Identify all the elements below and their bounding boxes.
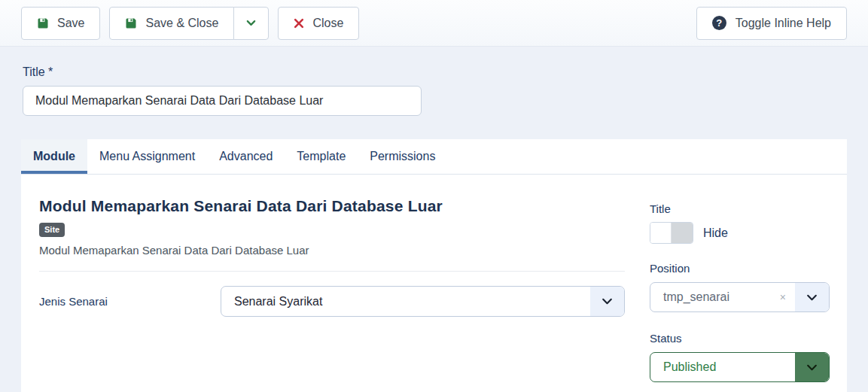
status-field-group: Status Published: [650, 332, 830, 382]
module-edit-card: Module Menu Assignment Advanced Template…: [21, 139, 847, 392]
module-heading: Modul Memaparkan Senarai Data Dari Datab…: [39, 197, 625, 215]
toggle-track: [672, 223, 693, 243]
save-and-close-button-label: Save & Close: [145, 17, 218, 30]
title-field-section: Title *: [0, 47, 868, 116]
module-options-sidebar: Title Hide Position tmp_senarai ×: [650, 175, 830, 382]
position-label: Position: [650, 262, 830, 275]
jenis-senarai-label: Jenis Senarai: [39, 295, 221, 308]
title-field-label: Title *: [23, 65, 53, 78]
close-button[interactable]: Close: [278, 7, 359, 40]
module-edit-screen: Save Save & Close: [0, 0, 868, 392]
chevron-down-icon: [590, 287, 624, 316]
jenis-senarai-select-value: Senarai Syarikat: [221, 295, 590, 308]
tab-permissions[interactable]: Permissions: [358, 139, 447, 174]
status-value: Published: [650, 360, 795, 374]
tab-menu-assignment[interactable]: Menu Assignment: [87, 139, 207, 174]
site-badge: Site: [39, 223, 65, 237]
show-title-label: Title: [650, 202, 830, 215]
tab-bar: Module Menu Assignment Advanced Template…: [21, 139, 847, 175]
module-description: Modul Memaparkan Senarai Data Dari Datab…: [39, 244, 625, 257]
tab-advanced[interactable]: Advanced: [207, 139, 285, 174]
position-value: tmp_senarai: [650, 290, 780, 304]
save-and-close-button[interactable]: Save & Close: [109, 7, 234, 40]
position-combobox[interactable]: tmp_senarai ×: [650, 282, 830, 312]
save-button-label: Save: [57, 17, 84, 30]
tab-template[interactable]: Template: [285, 139, 358, 174]
jenis-senarai-field-row: Jenis Senarai Senarai Syarikat: [39, 286, 625, 317]
status-label: Status: [650, 332, 830, 345]
chevron-down-icon: [795, 353, 829, 381]
show-title-state-label: Hide: [703, 226, 728, 240]
jenis-senarai-select[interactable]: Senarai Syarikat: [221, 286, 625, 317]
close-icon: [294, 18, 304, 29]
close-button-label: Close: [312, 17, 343, 30]
question-circle-icon: ?: [712, 16, 726, 30]
module-tab-content: Modul Memaparkan Senarai Data Dari Datab…: [21, 175, 847, 382]
status-select[interactable]: Published: [650, 352, 830, 382]
save-close-button-group: Save & Close: [109, 7, 269, 40]
toggle-inline-help-button[interactable]: ? Toggle Inline Help: [696, 7, 847, 40]
clear-position-icon[interactable]: ×: [780, 291, 786, 303]
save-button[interactable]: Save: [21, 7, 100, 40]
module-main-column: Modul Memaparkan Senarai Data Dari Datab…: [39, 175, 625, 382]
toolbar: Save Save & Close: [0, 0, 868, 47]
section-divider: [39, 271, 625, 272]
toggle-knob: [650, 223, 672, 243]
position-field-group: Position tmp_senarai ×: [650, 262, 830, 312]
save-icon: [125, 17, 137, 29]
show-title-toggle-row: Hide: [650, 222, 830, 244]
show-title-toggle[interactable]: [650, 222, 693, 244]
toggle-inline-help-label: Toggle Inline Help: [736, 17, 831, 30]
title-input[interactable]: [23, 86, 422, 116]
save-icon: [37, 17, 49, 29]
chevron-down-icon: [245, 17, 257, 29]
save-options-dropdown-button[interactable]: [233, 7, 269, 40]
tab-module[interactable]: Module: [21, 139, 87, 174]
chevron-down-icon: [795, 283, 829, 311]
